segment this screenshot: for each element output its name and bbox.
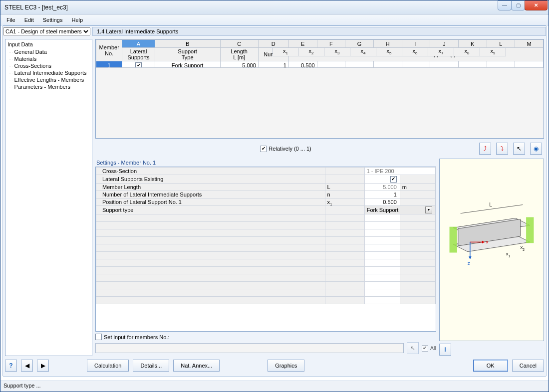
close-button[interactable]: ✕ (525, 0, 548, 10)
ok-button[interactable]: OK (473, 360, 508, 372)
col-support: SupportType (155, 48, 220, 61)
relatively-label: Relatively (0 ... 1) (269, 146, 311, 152)
content-area: CA1 - Design of steel members a 1.4 Late… (2, 25, 547, 377)
prop-num-supports-label: Number of Lateral Intermediate Supports (96, 191, 325, 198)
col-member: MemberNo. (96, 40, 122, 61)
preview-panel: x z L x1 x2 (439, 159, 544, 356)
bottom-bar: ? ◀ ▶ Calculation Details... Nat. Annex.… (5, 357, 544, 374)
check-icon (260, 146, 267, 152)
status-bar: Support type ... (0, 381, 549, 392)
window-buttons: — ▢ ✕ (498, 0, 548, 10)
export-button-1[interactable]: ⤴ (479, 143, 491, 155)
svg-text:x: x (486, 239, 488, 244)
section-title: 1.4 Lateral Intermediate Supports (92, 27, 546, 36)
chevron-down-icon[interactable]: ▾ (425, 206, 432, 213)
prop-member-len-value[interactable]: 5.000 (364, 183, 400, 191)
tree-root[interactable]: Input Data (5, 40, 92, 48)
calculation-button[interactable]: Calculation (87, 360, 129, 372)
col-letter-e[interactable]: E (288, 40, 317, 48)
col-letter-d[interactable]: D (258, 40, 288, 48)
prop-lat-exist-label: Lateral Supports Existing (96, 175, 325, 184)
view-button[interactable]: ◉ (530, 143, 542, 155)
prop-support-type-value[interactable]: Fork Support ▾ Fork Support Lower Flange… (364, 205, 435, 214)
menubar: File Edit Settings Help (0, 14, 549, 25)
details-button[interactable]: Details... (133, 360, 169, 372)
prop-lat-exist-value[interactable] (364, 175, 400, 184)
prop-cross-section-label: Cross-Section (96, 168, 325, 175)
menu-settings[interactable]: Settings (39, 16, 67, 24)
col-letter-g[interactable]: G (345, 40, 374, 48)
support-type-dropdown[interactable]: Fork Support Lower Flange Upper Flange U… (364, 214, 435, 214)
prop-member-len-label: Member Length (96, 183, 325, 191)
svg-text:x2: x2 (521, 244, 525, 251)
maximize-button[interactable]: ▢ (511, 0, 525, 10)
relatively-row: Relatively (0 ... 1) ⤴ ⤵ ↖ ◉ (95, 141, 544, 157)
col-letter-i[interactable]: I (402, 40, 430, 48)
check-icon (422, 345, 428, 352)
prop-support-type-label: Support type (96, 205, 325, 214)
menu-edit[interactable]: Edit (20, 16, 38, 24)
tree-item-eff-lengths[interactable]: Effective Lengths - Members (5, 76, 92, 83)
prop-pos1-label: Position of Lateral Support No. 1 (96, 198, 325, 205)
titlebar: STEEL EC3 - [test_ec3] — ▢ ✕ (0, 0, 549, 14)
set-input-checkbox[interactable]: Set input for members No.: (95, 334, 169, 340)
prev-button[interactable]: ◀ (21, 360, 33, 372)
case-selector[interactable]: CA1 - Design of steel members a (3, 27, 90, 35)
col-letter-c[interactable]: C (220, 40, 258, 48)
tree-item-materials[interactable]: Materials (5, 55, 92, 62)
nav-tree[interactable]: Input Data General Data Materials Cross-… (5, 39, 92, 356)
col-letter-m[interactable]: M (515, 40, 544, 48)
col-letter-b[interactable]: B (155, 40, 220, 48)
prop-cross-section-value[interactable]: 1 - IPE 200 (364, 168, 435, 175)
col-letter-h[interactable]: H (373, 40, 402, 48)
prop-member-len-unit: m (400, 183, 435, 191)
all-checkbox[interactable]: All (422, 345, 436, 352)
minimize-button[interactable]: — (498, 0, 512, 10)
svg-text:L: L (489, 201, 492, 207)
tree-item-parameters[interactable]: Parameters - Members (5, 83, 92, 90)
svg-marker-4 (526, 217, 534, 243)
app-window: STEEL EC3 - [test_ec3] — ▢ ✕ File Edit S… (0, 0, 549, 392)
pick-members-button[interactable]: ↖ (407, 342, 419, 354)
cancel-button[interactable]: Cancel (512, 360, 544, 372)
tree-item-lateral-supports[interactable]: Lateral Intermediate Supports (5, 69, 92, 76)
relatively-checkbox[interactable]: Relatively (0 ... 1) (260, 146, 311, 152)
checkbox-icon (95, 334, 102, 340)
svg-text:z: z (468, 260, 470, 266)
set-input-row: Set input for members No.: (95, 332, 436, 342)
svg-marker-3 (450, 227, 457, 253)
graphics-button[interactable]: Graphics (268, 360, 304, 372)
svg-text:x1: x1 (506, 251, 511, 258)
prop-member-len-sym: L (325, 183, 364, 191)
prop-num-supports-value[interactable]: 1 (364, 191, 400, 198)
next-button[interactable]: ▶ (37, 360, 49, 372)
window-title: STEEL EC3 - [test_ec3] (0, 4, 68, 11)
set-input-label: Set input for members No.: (104, 334, 169, 340)
tree-item-cross-sections[interactable]: Cross-Sections (5, 62, 92, 69)
menu-help[interactable]: Help (67, 16, 87, 24)
col-lateral: LateralSupports (122, 48, 155, 61)
info-button[interactable]: i (439, 344, 451, 356)
pick-button[interactable]: ↖ (513, 143, 525, 155)
set-input-field[interactable] (95, 343, 404, 353)
col-letter-l[interactable]: L (487, 40, 515, 48)
beam-diagram-icon: x z L x1 x2 (444, 199, 540, 276)
nat-annex-button[interactable]: Nat. Annex... (173, 360, 220, 372)
prop-pos1-value[interactable]: 0.500 (364, 198, 400, 205)
help-button[interactable]: ? (5, 360, 17, 372)
check-icon (390, 176, 397, 183)
svg-marker-9 (469, 256, 472, 259)
preview-box[interactable]: x z L x1 x2 (439, 159, 544, 341)
col-letter-f[interactable]: F (317, 40, 345, 48)
main-pane: MemberNo. A B C D E F G H I J K (95, 39, 544, 356)
members-grid[interactable]: MemberNo. A B C D E F G H I J K (95, 39, 544, 139)
tree-item-general[interactable]: General Data (5, 48, 92, 55)
col-letter-k[interactable]: K (458, 40, 487, 48)
export-button-2[interactable]: ⤵ (496, 143, 508, 155)
col-letter-j[interactable]: J (430, 40, 459, 48)
all-label: All (430, 345, 436, 351)
properties-grid[interactable]: Cross-Section 1 - IPE 200 Lateral Suppor… (95, 167, 436, 332)
menu-file[interactable]: File (2, 16, 19, 24)
col-letter-a[interactable]: A (122, 40, 155, 48)
prop-pos1-sym: x1 (325, 198, 364, 205)
